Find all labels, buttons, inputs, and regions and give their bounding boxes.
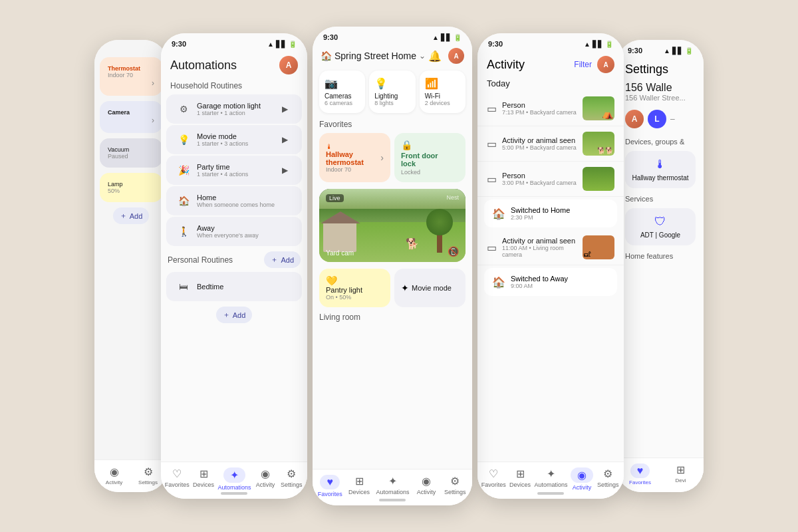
user-avatar-4[interactable]: A	[597, 56, 614, 73]
nav4-activity[interactable]: ◉ Activity	[570, 467, 594, 491]
nav2-activity[interactable]: ◉ Activity	[253, 467, 277, 491]
filter-button[interactable]: Filter	[574, 60, 592, 69]
thumb-2: 🐕🐕	[583, 132, 614, 156]
notification-icon[interactable]: 🔔	[428, 50, 442, 63]
user-avatar-3[interactable]: A	[448, 48, 464, 64]
vacuum-label: Vacuum	[108, 146, 154, 153]
signal-icon-2: ▋▋	[276, 41, 287, 48]
party-text: Party time 1 starter • 4 actions	[197, 163, 277, 178]
user-avatar-2[interactable]: A	[279, 56, 298, 74]
switched-away-item[interactable]: 🏠 Switched to Away 9:00 AM	[484, 268, 617, 296]
wifi-device-icon: 📶	[425, 77, 460, 90]
nav4-devices[interactable]: ⊞ Devices	[508, 467, 532, 491]
activity-item-5[interactable]: ▭ Activity or animal seen 11:00 AM • Liv…	[477, 230, 624, 265]
fav-icon-bg-5: ♥	[630, 464, 650, 478]
nav2-auto-label: Automations	[217, 484, 251, 491]
plus-icon-household: ＋	[223, 310, 230, 320]
lamp-card[interactable]: Lamp 50%	[100, 173, 162, 202]
home-name-label[interactable]: Spring Street Home	[334, 51, 416, 61]
automation-item-bedtime[interactable]: 🛏 Bedtime	[166, 272, 302, 301]
nav3-devices[interactable]: ⊞ Devices	[347, 475, 371, 497]
settings-adt-item[interactable]: 🛡 ADT | Google	[625, 208, 696, 245]
garage-icon: ⚙	[176, 101, 192, 117]
thermostat-chevron-icon: ›	[380, 152, 384, 163]
battery-icon-5: 🔋	[685, 47, 693, 55]
adt-icon: 🛡	[654, 215, 666, 229]
nav2-settings[interactable]: ⚙ Settings	[279, 467, 303, 491]
signal-icon-3: ▋▋	[441, 34, 452, 41]
nav5-devices[interactable]: ⊞ Devi	[669, 464, 693, 485]
nav2-automations[interactable]: ✦ Automations	[217, 467, 251, 491]
status-bar-4: 9:30 ▲ ▋▋ 🔋	[477, 33, 624, 51]
garage-play-btn[interactable]: ▶	[277, 101, 293, 117]
settings-avatar-2[interactable]: L	[648, 110, 666, 128]
chevron-down-icon[interactable]: ⌄	[419, 51, 426, 61]
switched-home-item[interactable]: 🏠 Switched to Home 2:30 PM	[484, 200, 617, 227]
nav2-favorites[interactable]: ♡ Favorites	[165, 467, 190, 491]
lamp-sub: 50%	[108, 188, 154, 194]
thumb-1	[583, 96, 614, 120]
activity-title: Activity	[487, 58, 574, 72]
nav5-favorites[interactable]: ♥ Favorites	[628, 464, 652, 485]
garage-sub: 1 starter • 1 action	[197, 110, 277, 116]
phone2-header: Automations A	[161, 51, 307, 77]
pantry-card[interactable]: 💛 Pantry light On • 50%	[319, 269, 390, 307]
act1-name: Person	[502, 101, 577, 109]
act3-time: 3:00 PM • Backyard camera	[502, 180, 577, 186]
party-play-btn[interactable]: ▶	[277, 162, 293, 178]
nav-activity[interactable]: ◉ Activity	[102, 466, 126, 485]
nav2-devices[interactable]: ⊞ Devices	[192, 467, 215, 491]
moviemode-card[interactable]: ✦ Movie mode	[394, 269, 466, 307]
movie-play-btn[interactable]: ▶	[277, 132, 293, 148]
wifi-card[interactable]: 📶 Wi-Fi 2 devices	[420, 70, 466, 113]
nav4-automations[interactable]: ✦ Automations	[534, 467, 567, 491]
nav4-act-label: Activity	[573, 484, 592, 491]
vacuum-card[interactable]: Vacuum Paused	[100, 138, 162, 168]
status-bar-5: 9:30 ▲ ▋▋ 🔋	[617, 40, 704, 57]
settings-thermostat-item[interactable]: 🌡 Hallway thermostat	[625, 151, 696, 188]
automation-item-party[interactable]: 🎉 Party time 1 starter • 4 actions ▶	[166, 156, 302, 185]
lighting-card[interactable]: 💡 Lighting 8 lights	[369, 70, 415, 113]
phone2-content: 9:30 ▲ ▋▋ 🔋 Automations A Household Rout…	[161, 33, 307, 499]
activity-item-1[interactable]: ▭ Person 7:13 PM • Backyard camera	[477, 91, 624, 126]
yard-cam-card[interactable]: 🐕 Live Nest Yard cam 📵	[319, 189, 466, 262]
settings-address-sub: 156 Waller Stree...	[617, 94, 704, 107]
switched-home-text: Switched to Home 2:30 PM	[511, 206, 570, 221]
nav3-favorites[interactable]: ♥ Favorites	[318, 475, 342, 497]
signal-icon-4: ▋▋	[593, 41, 603, 48]
switched-home-name: Switched to Home	[511, 206, 570, 214]
nav5-fav-label: Favorites	[629, 479, 651, 485]
automation-item-away[interactable]: 🚶 Away When everyone's away	[166, 217, 302, 246]
nav4-favorites[interactable]: ♡ Favorites	[481, 467, 506, 491]
thumb-tent-img	[583, 96, 614, 120]
activity-item-3[interactable]: ▭ Person 3:00 PM • Backyard camera	[477, 162, 624, 197]
movie-name: Movie mode	[197, 132, 277, 140]
camera-card[interactable]: Camera ›	[100, 101, 162, 133]
nav3-activity[interactable]: ◉ Activity	[414, 475, 438, 497]
nav3-settings[interactable]: ⚙ Settings	[443, 475, 467, 497]
nav4-settings[interactable]: ⚙ Settings	[596, 467, 620, 491]
add-household-button[interactable]: ＋ Add	[216, 307, 253, 323]
activity-item-2[interactable]: ▭ Activity or animal seen 5:00 PM • Back…	[477, 126, 624, 162]
automation-item-garage[interactable]: ⚙ Garage motion light 1 starter • 1 acti…	[166, 94, 302, 124]
settings-section-home-features: Home features	[617, 248, 704, 263]
automation-item-movie[interactable]: 💡 Movie mode 1 starter • 3 actions ▶	[166, 125, 302, 154]
frontdoor-fav-card[interactable]: 🔒 Front doorlock Locked	[394, 133, 466, 182]
home-switch-icon: 🏠	[492, 207, 505, 220]
nav4-auto-label: Automations	[534, 481, 567, 488]
nav4-dev-label: Devices	[509, 481, 531, 488]
away-text: Away When everyone's away	[197, 224, 293, 239]
add-personal-button[interactable]: ＋ Add	[264, 251, 301, 268]
automation-item-home[interactable]: 🏠 Home When someone comes home	[166, 186, 302, 215]
add-button[interactable]: ＋ Add	[113, 207, 150, 224]
cameras-card[interactable]: 📷 Cameras 6 cameras	[319, 70, 365, 113]
thermostat-card[interactable]: Thermostat Indoor 70 ›	[100, 57, 162, 96]
nav-settings[interactable]: ⚙ Settings	[136, 466, 160, 485]
settings-avatar-1[interactable]: A	[625, 110, 644, 128]
thermostat-fav-card[interactable]: 🌡 Hallwaythermostat Indoor 70 ›	[319, 133, 390, 182]
nav3-automations[interactable]: ✦ Automations	[376, 475, 409, 497]
battery-icon-2: 🔋	[289, 41, 297, 48]
nav-activity-label: Activity	[106, 479, 122, 485]
settings-icon-2: ⚙	[287, 467, 296, 480]
switched-away-text: Switched to Away 9:00 AM	[511, 275, 568, 289]
